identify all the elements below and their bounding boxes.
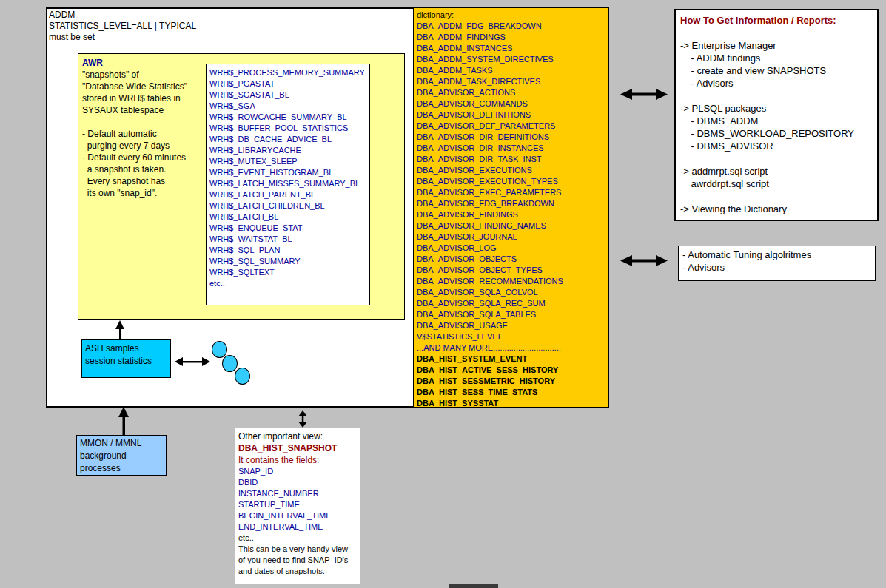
wrh-table-name: WRH$_SGA (209, 101, 369, 112)
snapshot-etc-line: etc.. (238, 533, 360, 544)
dictionary-hist-view-name: DBA_HIST_SESS_TIME_STATS (417, 387, 608, 398)
dictionary-view-name: DBA_ADVISOR_EXECUTION_TYPES (417, 176, 608, 187)
ash-box-line: session statistics (85, 355, 170, 368)
reports-panel-body: -> Enterprise Manager - ADDM findings - … (680, 27, 877, 215)
dictionary-view-name: DBA_ADDM_FINDINGS (417, 32, 608, 43)
dictionary-view-name: DBA_ADDM_TASK_DIRECTIVES (417, 76, 608, 87)
addm-note-line: must be set (49, 32, 196, 43)
arrow-ash-to-sessions-icon (175, 356, 210, 368)
dictionary-view-name: DBA_ADVISOR_OBJECTS (417, 254, 608, 265)
ash-samples-box: ASH samplessession statistics (81, 339, 171, 378)
session-circle-1 (212, 341, 227, 358)
reports-panel-line (680, 27, 877, 39)
reports-panel-line: -> Enterprise Manager (680, 39, 877, 52)
dictionary-view-name: DBA_ADVISOR_EXECUTIONS (417, 165, 608, 176)
dictionary-hist-view-name: DBA_HIST_ACTIVE_SESS_HISTORY (417, 365, 608, 376)
tuning-panel-line: - Automatic Tuning algolritmes (682, 249, 875, 261)
diagram-canvas: { "colors": { "background": "#c0c0c0", "… (0, 0, 886, 588)
wrh-table-name: WRH$_MUTEX_SLEEP (209, 156, 369, 167)
reports-panel-line: -> PLSQL packages (680, 102, 877, 115)
dictionary-view-name: DBA_ADVISOR_DIR_DEFINITIONS (417, 132, 608, 143)
session-circle-2 (222, 355, 238, 372)
dictionary-view-name: DBA_ADVISOR_DIR_TASK_INST (417, 154, 608, 165)
dictionary-view-name: DBA_ADVISOR_COMMANDS (417, 98, 608, 109)
tuning-panel-line: - Advisors (682, 261, 875, 274)
dictionary-hist-view-name: DBA_HIST_SYSTEM_EVENT (417, 354, 608, 365)
dictionary-view-name: V$STATISTICS_LEVEL (417, 331, 608, 342)
arrow-main-to-snapshot-icon (297, 410, 309, 428)
snapshot-note-line: and dates of snapshots. (238, 566, 360, 577)
wrh-table-name: WRH$_PGASTAT (209, 78, 369, 89)
dictionary-view-name: DBA_ADVISOR_FDG_BREAKDOWN (417, 198, 608, 209)
dictionary-view-name: DBA_ADDM_INSTANCES (417, 43, 608, 54)
reports-panel-line (680, 190, 877, 203)
addm-note-line: ADDM (49, 10, 196, 21)
snapshot-field-name: DBID (238, 477, 360, 488)
snapshot-view-box: Other important view: DBA_HIST_SNAPSHOT … (235, 428, 360, 584)
mmon-box-line: processes (80, 462, 166, 475)
dictionary-view-name: DBA_ADVISOR_SQLA_REC_SUM (417, 298, 608, 309)
wrh-table-name: WRH$_EVENT_HISTOGRAM_BL (209, 167, 369, 178)
dictionary-hist-views-list: DBA_HIST_SYSTEM_EVENTDBA_HIST_ACTIVE_SES… (417, 354, 608, 409)
reports-panel-line (680, 89, 877, 102)
session-circle-3 (235, 368, 250, 385)
dictionary-view-name: DBA_ADDM_SYSTEM_DIRECTIVES (417, 54, 608, 65)
dictionary-view-name: DBA_ADVISOR_FINDINGS (417, 209, 608, 220)
wrh-table-name: WRH$_LIBRARYCACHE (209, 145, 369, 156)
wrh-table-name: WRH$_SQL_SUMMARY (209, 256, 369, 267)
addm-note-line: STATISTICS_LEVEL=ALL | TYPICAL (49, 21, 196, 32)
snapshot-fields-list: SNAP_IDDBIDINSTANCE_NUMBERSTARTUP_TIMEBE… (238, 466, 360, 533)
dictionary-view-name: DBA_ADVISOR_ACTIONS (417, 87, 608, 98)
snapshot-field-name: BEGIN_INTERVAL_TIME (238, 510, 360, 521)
wrh-table-name: WRH$_DB_CACHE_ADVICE_BL (209, 134, 369, 145)
reports-panel-line (680, 152, 877, 165)
addm-note: ADDMSTATISTICS_LEVEL=ALL | TYPICALmust b… (49, 10, 196, 43)
dictionary-view-name: DBA_ADVISOR_DEF_PARAMETERS (417, 121, 608, 132)
dictionary-view-name: DBA_ADVISOR_JOURNAL (417, 232, 608, 243)
dictionary-view-name: DBA_ADVISOR_USAGE (417, 320, 608, 331)
arrow-dictionary-to-reports-icon (620, 88, 668, 101)
dictionary-view-name: DBA_ADDM_TASKS (417, 65, 608, 76)
wrh-table-name: WRH$_LATCH_BL (209, 212, 369, 223)
ash-box-line: ASH samples (85, 342, 170, 355)
dictionary-view-name: DBA_ADVISOR_EXEC_PARAMETERS (417, 187, 608, 198)
snapshot-field-name: END_INTERVAL_TIME (238, 521, 360, 533)
reports-panel-line: - ADDM findings (680, 52, 877, 64)
dictionary-view-name: DBA_ADDM_FDG_BREAKDOWN (417, 21, 608, 32)
dictionary-box: dictionary: DBA_ADDM_FDG_BREAKDOWNDBA_AD… (413, 7, 609, 408)
dictionary-hist-view-name: DBA_HIST_SYSSTAT (417, 398, 608, 409)
snapshot-field-name: SNAP_ID (238, 466, 360, 477)
reports-panel-line: -> Viewing the Dictionary (680, 203, 877, 215)
reports-panel-line: - DBMS_ADDM (680, 115, 877, 127)
wrh-table-name: WRH$_ROWCACHE_SUMMARY_BL (209, 112, 369, 123)
reports-panel-line: - create and view SNAPSHOTS (680, 64, 877, 77)
wrh-table-name: WRH$_LATCH_CHILDREN_BL (209, 200, 369, 212)
dictionary-view-name: DBA_ADVISOR_RECOMMENDATIONS (417, 276, 608, 287)
wrh-table-name: WRH$_ENQUEUE_STAT (209, 223, 369, 234)
snapshot-field-name: INSTANCE_NUMBER (238, 488, 360, 499)
dictionary-view-name: DBA_ADVISOR_SQLA_TABLES (417, 309, 608, 320)
dictionary-view-name: DBA_ADVISOR_SQLA_COLVOL (417, 287, 608, 298)
wrh-tables-box: WRH$_PROCESS_MEMORY_SUMMARYWRH$_PGASTATW… (206, 64, 370, 305)
reports-panel-line: - DBMS_ADVISOR (680, 140, 877, 152)
reports-panel-line: - DBMS_WORKLOAD_REPOSITORY (680, 127, 877, 140)
reports-panel: How To Get Information / Reports: -> Ent… (674, 9, 879, 221)
snapshot-note-line: of you need to find SNAP_ID's (238, 555, 360, 566)
mmon-box-line: MMON / MMNL (80, 437, 166, 450)
snapshot-field-name: STARTUP_TIME (238, 499, 360, 510)
wrh-table-name: WRH$_BUFFER_POOL_STATISTICS (209, 123, 369, 134)
reports-panel-line: -> addmrpt.sql script (680, 165, 877, 178)
wrh-table-name: WRH$_SQL_PLAN (209, 245, 369, 256)
snapshot-note-line: This can be a very handy view (238, 544, 360, 555)
dictionary-hist-view-name: DBA_HIST_SESSMETRIC_HISTORY (417, 376, 608, 387)
arrow-mmon-to-main-icon (117, 407, 130, 435)
wrh-table-name: WRH$_SGASTAT_BL (209, 89, 369, 101)
snapshot-box-subtitle: It contains the fields: (238, 454, 360, 466)
reports-panel-line: - Advisors (680, 77, 877, 89)
snapshot-note: This can be a very handy viewof you need… (238, 544, 360, 577)
cropped-box-edge (449, 584, 498, 588)
dictionary-view-name: DBA_ADVISOR_OBJECT_TYPES (417, 265, 608, 276)
snapshot-view-name: DBA_HIST_SNAPSHOT (238, 442, 360, 454)
wrh-table-name: etc.. (209, 278, 369, 289)
dictionary-more-line: ...AND MANY MORE........................… (417, 342, 608, 354)
